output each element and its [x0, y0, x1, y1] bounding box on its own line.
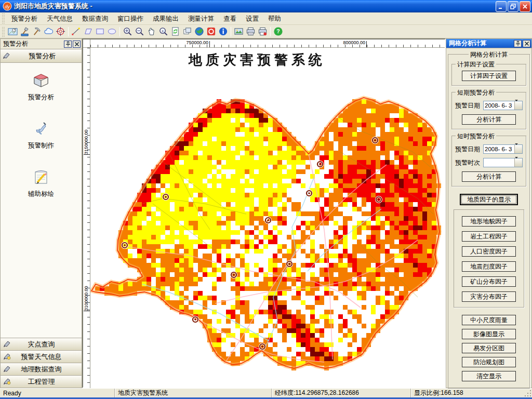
left-panel: 预警分析 预警分析 预警分析预警制作辅助标绘 灾点查询预警天气信息地理数据查询工…	[0, 38, 82, 388]
layer-button-影像图显示[interactable]: 影像图显示	[462, 329, 516, 339]
layer-button-易发分区图[interactable]: 易发分区图	[462, 343, 516, 353]
toolbar-separator	[231, 27, 231, 36]
left-panel-titlebar: 预警分析	[1, 39, 82, 49]
resize-grip[interactable]	[525, 390, 532, 397]
factor-button-地震烈度因子[interactable]: 地震烈度因子	[462, 261, 516, 272]
map-canvas-wrap: 地质灾害预警系统	[90, 48, 445, 388]
layer-button-中小尺度雨量[interactable]: 中小尺度雨量	[462, 315, 516, 325]
menu-item-窗口操作[interactable]: 窗口操作	[113, 14, 148, 24]
menu-item-测量计算[interactable]: 测量计算	[183, 14, 219, 24]
tool-label: 预警分析	[28, 93, 54, 102]
short-time-analyze-button[interactable]: 分析计算	[462, 171, 516, 182]
tool-预警制作[interactable]: 预警制作	[28, 119, 54, 150]
factor-button-人口密度因子[interactable]: 人口密度因子	[462, 246, 516, 257]
tool-辅助标绘[interactable]: 辅助标绘	[28, 168, 54, 198]
zoom-page-icon[interactable]: ±	[157, 26, 169, 37]
left-panel-body: 预警分析预警制作辅助标绘	[1, 63, 82, 338]
menu-items: 预警分析天气信息数据查询窗口操作成果输出测量计算查看设置帮助	[7, 14, 286, 23]
title-bar: dy 浏阳市地质灾害预警系统 -	[0, 0, 532, 12]
tool-预警分析[interactable]: 预警分析	[28, 71, 54, 102]
menu-grip[interactable]	[2, 14, 5, 23]
zoom-in-icon[interactable]	[122, 26, 134, 37]
factor-setting-group-title: 计算因子设置	[456, 60, 496, 69]
line-icon[interactable]	[70, 26, 82, 37]
short-time-date-combobox[interactable]: 2008- 6- 3	[483, 144, 523, 154]
info-icon[interactable]	[217, 26, 229, 37]
short-term-date-combobox[interactable]: 2008- 6- 3	[483, 101, 523, 110]
short-time-session-combobox[interactable]	[483, 158, 523, 167]
axe-icon[interactable]	[19, 26, 31, 37]
toolbar-separator	[270, 27, 271, 36]
stop-icon[interactable]	[205, 26, 217, 37]
minimize-button[interactable]	[496, 1, 507, 12]
pick-icon[interactable]	[31, 26, 43, 37]
tool-gray-icon	[3, 340, 11, 349]
chevron-down-icon[interactable]	[514, 101, 522, 110]
print-setup-icon[interactable]	[257, 26, 269, 37]
layers-icon[interactable]	[181, 26, 193, 37]
menu-item-查看[interactable]: 查看	[219, 14, 241, 24]
ruler-major-tick	[366, 41, 367, 47]
chevron-down-icon[interactable]	[514, 158, 522, 167]
close-icon[interactable]	[73, 41, 81, 48]
menu-item-天气信息[interactable]: 天气信息	[42, 14, 77, 24]
sidebar-item-地理数据查询[interactable]: 地理数据查询	[1, 363, 82, 375]
target-icon[interactable]	[55, 26, 66, 37]
globe-icon[interactable]	[193, 26, 205, 37]
status-section-2: 经纬度:114.296875,28.162686	[271, 389, 410, 397]
short-time-date-label: 预警日期	[455, 145, 483, 154]
factor-button-灾害分布因子[interactable]: 灾害分布因子	[462, 291, 516, 302]
toolbar-grip[interactable]	[2, 26, 5, 37]
menu-item-设置[interactable]: 设置	[241, 14, 263, 24]
factor-button-地形地貌因子[interactable]: 地形地貌因子	[462, 216, 516, 227]
sidebar-item-工程管理[interactable]: 工程管理	[1, 375, 82, 388]
close-button[interactable]	[520, 1, 530, 12]
sidebar-item-预警天气信息[interactable]: 预警天气信息	[1, 350, 82, 363]
ellipse-icon[interactable]	[106, 26, 118, 37]
layer-button-清空显示[interactable]: 清空显示	[462, 371, 516, 381]
cloud-icon[interactable]	[43, 26, 55, 37]
short-term-analyze-button[interactable]: 分析计算	[462, 114, 516, 125]
pin-icon[interactable]	[514, 40, 522, 47]
menu-item-帮助[interactable]: 帮助	[263, 14, 286, 24]
refresh-icon[interactable]	[169, 26, 181, 37]
factor-button-岩土工程因子[interactable]: 岩土工程因子	[462, 231, 516, 242]
toolbar: ±?	[0, 25, 532, 38]
ruler-row: 750000.00800000.00	[83, 39, 445, 48]
satellite-icon[interactable]	[7, 26, 19, 37]
restore-button[interactable]	[508, 1, 518, 12]
image-icon[interactable]	[233, 26, 245, 37]
sidebar-item-label: 工程管理	[11, 377, 72, 387]
short-term-group-title: 短期预警分析	[456, 88, 496, 97]
short-time-group: 短时预警分析 预警日期 2008- 6- 3 预警时次	[451, 136, 526, 187]
help-icon[interactable]: ?	[272, 26, 284, 37]
left-panel-section-header[interactable]: 预警分析	[1, 49, 82, 63]
map-canvas[interactable]	[90, 48, 445, 386]
horizontal-ruler: 750000.00800000.00	[90, 39, 445, 48]
sidebar-item-灾点查询[interactable]: 灾点查询	[1, 338, 82, 350]
toolbar-separator	[119, 27, 120, 36]
rect-icon[interactable]	[94, 26, 106, 37]
close-icon[interactable]	[523, 40, 530, 47]
short-term-date-label: 预警日期	[455, 101, 483, 110]
print-icon[interactable]	[245, 26, 257, 37]
chevron-down-icon[interactable]	[514, 145, 522, 153]
svg-text:?: ?	[276, 29, 280, 34]
short-time-date-value: 2008- 6- 3	[484, 145, 514, 153]
menu-item-数据查询[interactable]: 数据查询	[77, 14, 113, 24]
factor-button-矿山分布因子[interactable]: 矿山分布因子	[462, 276, 516, 287]
layer-button-防治规划图[interactable]: 防治规划图	[462, 357, 516, 367]
main-area: 预警分析 预警分析 预警分析预警制作辅助标绘 灾点查询预警天气信息地理数据查询工…	[0, 38, 532, 388]
ruler-label: 3100000.00	[84, 286, 89, 311]
map-view: 750000.00800000.00 3150000.003100000.00 …	[82, 38, 446, 388]
geo-factor-display-button[interactable]: 地质因子的显示	[460, 194, 518, 205]
pan-icon[interactable]	[145, 26, 157, 37]
menu-item-预警分析[interactable]: 预警分析	[7, 14, 42, 24]
zoom-out-icon[interactable]	[134, 26, 145, 37]
factor-setting-button[interactable]: 计算因子设置	[462, 71, 516, 81]
toolbar-items: ±?	[7, 26, 284, 37]
menu-item-成果输出[interactable]: 成果输出	[148, 14, 183, 24]
pin-icon[interactable]	[64, 41, 72, 48]
stamp-icon	[3, 51, 10, 61]
polygon-icon[interactable]	[82, 26, 94, 37]
